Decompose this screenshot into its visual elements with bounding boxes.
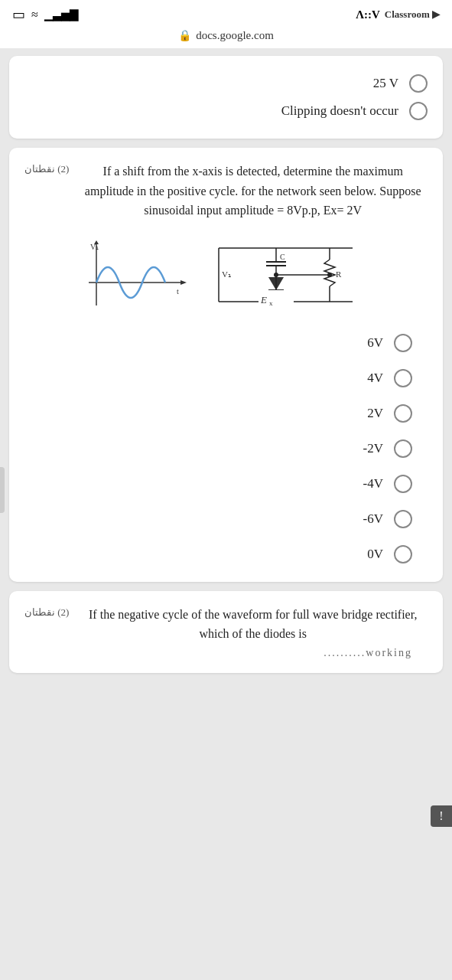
address-bar: 🔒 docs.google.com (0, 26, 452, 48)
svg-point-26 (327, 273, 332, 277)
waveform-diagram: V₁ t (89, 240, 188, 309)
url-text[interactable]: docs.google.com (196, 29, 274, 42)
card-3: (2) نقطتان If the negative cycle of the … (9, 591, 443, 673)
radio-neg2v[interactable] (394, 439, 412, 458)
screen-icon: ▭ (12, 6, 25, 23)
points-badge-3: (2) نقطتان (24, 606, 69, 619)
svg-text:E: E (260, 294, 267, 305)
ellipsis-text: ..........working (324, 647, 412, 658)
points-badge-2: (2) نقطتان (24, 163, 69, 175)
radio-neg4v[interactable] (394, 475, 412, 493)
option-neg2v: -2V (363, 435, 412, 462)
radio-6v[interactable] (394, 334, 412, 352)
radio-0v[interactable] (394, 545, 412, 564)
radio-clipping[interactable] (409, 102, 428, 120)
option-neg6v: -6V (363, 505, 412, 533)
option-neg2v-label: -2V (363, 441, 383, 456)
answer-row-1: 25 V (24, 70, 428, 97)
options-list-2: 6V 4V 2V -2V -4V -6V (24, 329, 428, 568)
notification-button[interactable]: ! (431, 805, 452, 827)
svg-text:C: C (280, 253, 285, 261)
card-1: 25 V Clipping doesn't occur (9, 56, 443, 139)
answer-25v-label: 25 V (373, 76, 398, 91)
circuit-schematic: C V₁ E x R (211, 233, 364, 317)
option-6v: 6V (367, 329, 412, 357)
radio-25v[interactable] (409, 74, 428, 93)
option-4v: 4V (367, 364, 412, 392)
lock-icon: 🔒 (178, 29, 191, 42)
svg-text:t: t (177, 287, 179, 296)
question-3-body: If the negative cycle of the waveform fo… (78, 605, 428, 659)
svg-text:R: R (336, 270, 342, 279)
radio-2v[interactable] (394, 404, 412, 423)
question-2-header: (2) نقطتان If a shift from the x-axis is… (24, 162, 428, 220)
option-6v-label: 6V (367, 335, 383, 351)
option-2v-label: 2V (367, 406, 383, 421)
ellipsis-line: ..........working (78, 645, 428, 659)
app-title: Λ::V (356, 8, 380, 21)
content-area: 25 V Clipping doesn't occur (2) نقطتان I… (0, 48, 452, 681)
question-2-text: If a shift from the x-axis is detected, … (78, 162, 428, 220)
card-2: (2) نقطتان If a shift from the x-axis is… (9, 148, 443, 582)
svg-point-25 (274, 273, 278, 277)
question-3-text: If the negative cycle of the waveform fo… (78, 605, 428, 644)
circuit-diagram-area: V₁ t (24, 233, 428, 317)
side-tab (0, 467, 5, 513)
option-neg6v-label: -6V (363, 511, 383, 527)
status-right: Λ::V Classroom ▶ (356, 8, 440, 21)
question-3-header: (2) نقطتان If the negative cycle of the … (24, 605, 428, 659)
option-0v: 0V (367, 541, 412, 568)
radio-4v[interactable] (394, 369, 412, 387)
signal-icon: ▁▃▅▇ (44, 8, 78, 21)
svg-text:V₁: V₁ (90, 243, 99, 251)
option-neg4v-label: -4V (363, 476, 383, 492)
option-0v-label: 0V (367, 547, 383, 562)
classroom-link[interactable]: Classroom ▶ (385, 8, 440, 21)
answer-row-2: Clipping doesn't occur (24, 97, 428, 125)
answer-clipping-label: Clipping doesn't occur (281, 103, 398, 119)
wifi-icon: ≈ (31, 8, 38, 21)
status-bar: ▭ ≈ ▁▃▅▇ Λ::V Classroom ▶ (0, 0, 452, 26)
svg-marker-2 (180, 280, 187, 285)
option-neg4v: -4V (363, 470, 412, 498)
option-2v: 2V (367, 400, 412, 427)
svg-text:V₁: V₁ (222, 270, 231, 279)
status-left: ▭ ≈ ▁▃▅▇ (12, 6, 78, 23)
radio-neg6v[interactable] (394, 510, 412, 528)
option-4v-label: 4V (367, 371, 383, 386)
svg-text:x: x (269, 299, 273, 307)
